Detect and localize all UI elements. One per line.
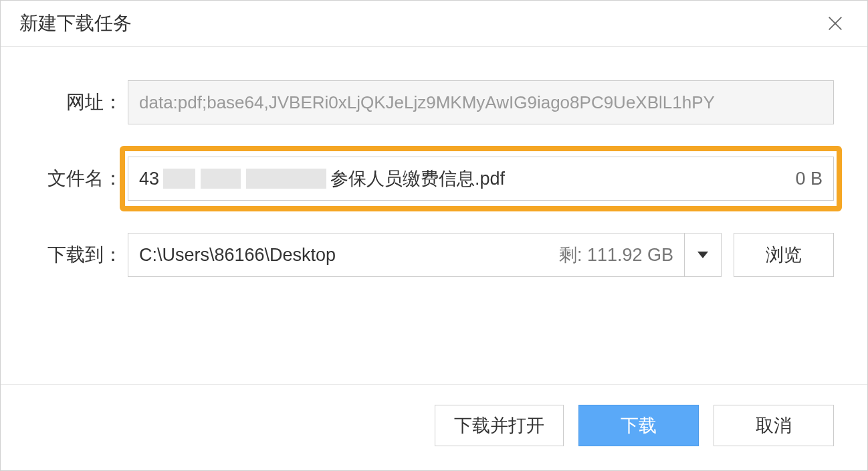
download-and-open-label: 下载并打开 bbox=[454, 413, 544, 438]
filename-row: 文件名： 43 参保人员缴费信息.pdf bbox=[34, 157, 834, 201]
dialog-title: 新建下载任务 bbox=[19, 11, 132, 36]
path-label: 下载到： bbox=[34, 242, 128, 268]
download-dialog: 新建下载任务 网址： data:pdf;base64,JVBERi0xLjQKJ… bbox=[0, 0, 868, 471]
filename-redacted-area bbox=[163, 169, 326, 189]
dialog-footer: 下载并打开 下载 取消 bbox=[1, 384, 867, 470]
filename-value: 43 参保人员缴费信息.pdf bbox=[139, 167, 505, 191]
close-icon bbox=[826, 14, 845, 33]
filename-prefix: 43 bbox=[139, 169, 159, 189]
path-dropdown-button[interactable] bbox=[684, 233, 722, 277]
download-label: 下载 bbox=[621, 413, 657, 438]
download-and-open-button[interactable]: 下载并打开 bbox=[435, 405, 564, 446]
path-value: C:\Users\86166\Desktop bbox=[139, 245, 336, 266]
redacted-block bbox=[201, 169, 241, 189]
svg-marker-2 bbox=[697, 252, 708, 258]
filesize-value: 0 B bbox=[795, 169, 823, 189]
url-input[interactable]: data:pdf;base64,JVBERi0xLjQKJeLjz9MKMyAw… bbox=[128, 80, 834, 124]
cancel-label: 取消 bbox=[756, 413, 792, 438]
chevron-down-icon bbox=[697, 252, 708, 258]
browse-button[interactable]: 浏览 bbox=[734, 233, 834, 277]
close-button[interactable] bbox=[822, 10, 849, 37]
url-row: 网址： data:pdf;base64,JVBERi0xLjQKJeLjz9MK… bbox=[34, 80, 834, 124]
path-row: 下载到： C:\Users\86166\Desktop 剩: 111.92 GB… bbox=[34, 233, 834, 277]
filename-input[interactable]: 43 参保人员缴费信息.pdf 0 B bbox=[128, 157, 834, 201]
redacted-block bbox=[246, 169, 326, 189]
url-value: data:pdf;base64,JVBERi0xLjQKJeLjz9MKMyAw… bbox=[139, 92, 715, 113]
path-remaining-space: 剩: 111.92 GB bbox=[559, 243, 673, 267]
download-button[interactable]: 下载 bbox=[578, 405, 699, 446]
browse-label: 浏览 bbox=[766, 243, 802, 267]
cancel-button[interactable]: 取消 bbox=[714, 405, 834, 446]
url-label: 网址： bbox=[34, 90, 128, 115]
titlebar: 新建下载任务 bbox=[1, 1, 867, 47]
path-input[interactable]: C:\Users\86166\Desktop 剩: 111.92 GB bbox=[128, 233, 684, 277]
filename-label: 文件名： bbox=[34, 166, 128, 191]
dialog-body: 网址： data:pdf;base64,JVBERi0xLjQKJeLjz9MK… bbox=[1, 47, 867, 384]
redacted-block bbox=[163, 169, 195, 189]
filename-suffix: 参保人员缴费信息.pdf bbox=[330, 167, 505, 191]
